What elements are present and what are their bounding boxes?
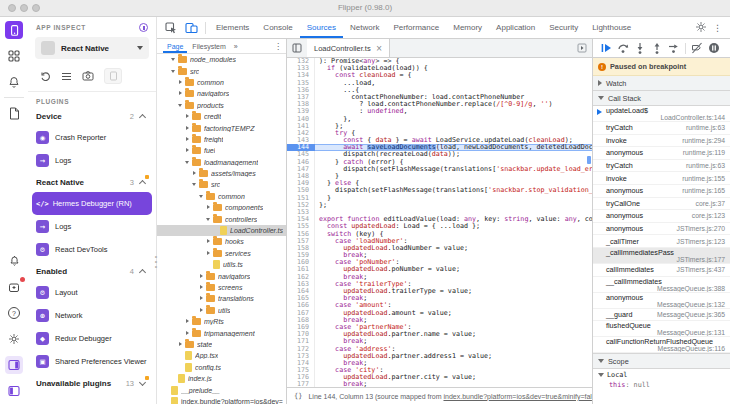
resume-script-icon[interactable] <box>600 42 612 54</box>
collapse-chevron-icon[interactable] <box>140 268 146 274</box>
devtools-tab[interactable]: Sources <box>300 17 343 38</box>
collapse-chevron-icon[interactable] <box>140 179 146 185</box>
plugin-row[interactable]: Device 2 <box>28 106 156 126</box>
tree-row[interactable]: config.ts <box>157 362 286 373</box>
tree-row[interactable]: assets/images <box>157 168 286 179</box>
deactivate-breakpoints-icon[interactable] <box>691 42 703 54</box>
plugin-row[interactable]: ◆ Redux Debugger <box>28 327 156 350</box>
code-line[interactable]: 143 const { data } = await LoadService.u… <box>287 137 592 144</box>
code-line[interactable]: 137 contactPhoneNumber: load.contactPhon… <box>287 94 592 101</box>
code-line[interactable]: 156 switch (key) { <box>287 231 592 238</box>
settings-gear-icon[interactable] <box>5 330 23 348</box>
callstack-section-header[interactable]: Call Stack <box>593 91 730 106</box>
document-icon[interactable] <box>5 104 23 122</box>
plugin-row[interactable]: ⚙ React DevTools <box>28 238 156 261</box>
code-line[interactable]: 163 case 'trailerType': <box>287 281 592 288</box>
callstack-frame[interactable]: tryCatch runtime.js:63 <box>593 160 730 173</box>
plugin-row[interactable]: Unavailable plugins 13 <box>28 373 156 393</box>
tree-row[interactable]: common <box>157 77 286 88</box>
tree-chevron-icon[interactable] <box>205 204 212 211</box>
code-line[interactable]: 159 break; <box>287 252 592 259</box>
menu-icon[interactable] <box>61 72 72 81</box>
tree-row[interactable]: state <box>157 339 286 350</box>
code-line[interactable]: 171 break; <box>287 338 592 345</box>
callstack-frame[interactable]: anonymous runtime.js:165 <box>593 185 730 198</box>
code-line[interactable]: 177 break; <box>287 381 592 387</box>
devtools-tab[interactable]: Lighthouse <box>585 17 638 38</box>
code-line[interactable]: 135 ...load, <box>287 80 592 87</box>
tree-chevron-icon[interactable] <box>198 284 205 291</box>
code-line[interactable]: 140 }, <box>287 116 592 123</box>
code-line[interactable]: 136 ...{ <box>287 87 592 94</box>
tree-chevron-icon[interactable] <box>170 68 177 75</box>
tree-row[interactable]: myRts <box>157 316 286 327</box>
tree-chevron-icon[interactable] <box>212 227 219 234</box>
plugin-row[interactable]: ▣ Shared Preferences Viewer <box>28 350 156 373</box>
inspect-element-icon[interactable] <box>161 22 181 34</box>
code-line[interactable]: 165 break; <box>287 295 592 302</box>
notifications-bell-icon[interactable] <box>5 73 23 91</box>
code-line[interactable]: 157 case 'loadNumber': <box>287 238 592 245</box>
tree-chevron-icon[interactable] <box>163 387 170 394</box>
tree-row[interactable]: freight <box>157 134 286 145</box>
callstack-frame[interactable]: anonymous runtime.js:119 <box>593 147 730 160</box>
plugin-row[interactable]: ⚙ Layout <box>28 281 156 304</box>
tree-row[interactable]: components <box>157 202 286 213</box>
minimize-window-button[interactable] <box>20 4 28 12</box>
scope-section-header[interactable]: Scope <box>593 353 730 369</box>
callstack-frame[interactable]: __callImmediates MessageQueue.js:388 <box>593 277 730 293</box>
code-line[interactable]: 158 updatedLoad.loadNumber = value; <box>287 245 592 252</box>
tree-chevron-icon[interactable] <box>191 170 198 177</box>
tree-chevron-icon[interactable] <box>177 341 184 348</box>
tree-row[interactable]: utils <box>157 305 286 316</box>
code-line[interactable]: 164 updatedLoad.trailerType = value; <box>287 288 592 295</box>
tree-row[interactable]: credit <box>157 111 286 122</box>
navigator-menu-kebab-icon[interactable]: ⋮ <box>274 42 286 51</box>
code-line[interactable]: 139 : undefined, <box>287 108 592 115</box>
close-tab-icon[interactable]: × <box>376 44 383 53</box>
callstack-frame[interactable]: anonymous core.js:123 <box>593 210 730 223</box>
scrollbar-position-marker[interactable] <box>587 156 591 164</box>
tree-chevron-icon[interactable] <box>177 352 184 359</box>
source-map-link[interactable]: index.bundle?platform=ios&dev=true&minif… <box>443 393 591 400</box>
tree-row[interactable]: src <box>157 65 286 76</box>
tree-row[interactable]: navigators <box>157 270 286 281</box>
plugins-grid-icon[interactable] <box>5 47 23 65</box>
plugin-row[interactable]: → Logs <box>28 149 156 172</box>
code-line[interactable]: 155 const updatedLoad: Load = { ...load … <box>287 223 592 230</box>
tree-row[interactable]: node_modules <box>157 54 286 65</box>
line-number[interactable]: 177 <box>287 381 315 387</box>
tree-row[interactable]: LoadController.ts <box>157 225 286 236</box>
code-line[interactable]: 150 dispatch(setFlashMessage(translation… <box>287 187 592 194</box>
callstack-frame[interactable]: anonymous MessageQueue.js:132 <box>593 293 730 309</box>
code-line[interactable]: 149 } else { <box>287 180 592 187</box>
collapse-chevron-icon[interactable] <box>140 113 146 119</box>
screenshot-camera-icon[interactable] <box>82 71 94 81</box>
tree-chevron-icon[interactable] <box>191 181 198 188</box>
tree-chevron-icon[interactable] <box>170 56 177 63</box>
zoom-window-button[interactable] <box>32 4 40 12</box>
code-line[interactable]: 162 break; <box>287 274 592 281</box>
devtools-tab[interactable]: Network <box>343 17 386 38</box>
tree-chevron-icon[interactable] <box>184 318 191 325</box>
callstack-frame[interactable]: tryCallOne core.js:37 <box>593 198 730 211</box>
pretty-print-icon[interactable]: {} <box>294 392 302 400</box>
code-line[interactable]: 142 try { <box>287 130 592 137</box>
tree-chevron-icon[interactable] <box>198 307 205 314</box>
right-sidebar-toggle-icon[interactable] <box>5 356 23 374</box>
updates-icon[interactable] <box>5 278 23 296</box>
code-line[interactable]: 168 break; <box>287 317 592 324</box>
info-icon[interactable] <box>139 23 148 32</box>
code-line[interactable]: 151 } <box>287 195 592 202</box>
tree-chevron-icon[interactable] <box>184 113 191 120</box>
code-line[interactable]: 132 ): Promise<any> => { <box>287 58 592 65</box>
code-line[interactable]: 134 const cleanLoad = { <box>287 72 592 79</box>
callstack-frame[interactable]: _callTimer JSTimers.js:123 <box>593 235 730 248</box>
callstack-frame[interactable]: __guard MessageQueue.js:365 <box>593 309 730 322</box>
tree-row[interactable]: translations <box>157 293 286 304</box>
tree-chevron-icon[interactable] <box>184 330 191 337</box>
tree-chevron-icon[interactable] <box>177 79 184 86</box>
tree-row[interactable]: factoringTEMPZ <box>157 122 286 133</box>
devtools-tab[interactable]: Elements <box>209 17 256 38</box>
tree-chevron-icon[interactable] <box>177 90 184 97</box>
